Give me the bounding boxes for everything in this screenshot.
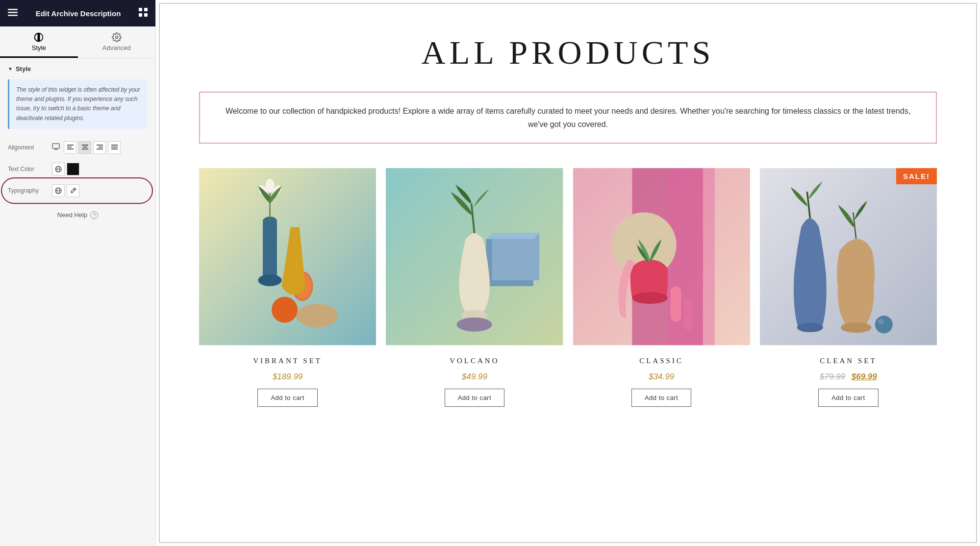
typography-controls [52, 184, 79, 197]
tab-style-label: Style [32, 44, 46, 51]
svg-rect-46 [492, 233, 539, 280]
svg-rect-14 [67, 147, 72, 148]
alignment-controls [64, 141, 121, 154]
svg-rect-2 [8, 15, 18, 16]
help-icon: ? [90, 211, 98, 219]
svg-point-59 [797, 323, 823, 332]
svg-point-61 [841, 323, 872, 333]
svg-rect-34 [263, 222, 277, 280]
svg-rect-21 [97, 149, 103, 149]
svg-rect-18 [82, 149, 88, 149]
svg-point-43 [297, 304, 338, 327]
style-section-header[interactable]: ▼ Style [0, 58, 155, 79]
info-box: The style of this widget is often affect… [8, 79, 148, 129]
svg-rect-0 [8, 9, 18, 10]
product-price-classic: $34.99 [649, 372, 674, 382]
svg-point-64 [878, 319, 884, 324]
grid-icon[interactable] [139, 8, 148, 19]
add-to-cart-classic[interactable]: Add to cart [631, 389, 691, 407]
align-right-btn[interactable] [93, 141, 106, 154]
product-name-volcano: VOLCANO [450, 355, 499, 367]
product-name-classic: CLASSIC [639, 355, 683, 367]
svg-line-31 [74, 189, 75, 190]
align-center-btn[interactable] [78, 141, 91, 154]
svg-rect-23 [111, 147, 118, 148]
tab-advanced[interactable]: Advanced [78, 26, 156, 58]
typography-globe-btn[interactable] [52, 184, 65, 197]
text-color-controls [52, 163, 79, 175]
sidebar-header: Edit Archive Description [0, 0, 155, 26]
need-help-label: Need Help [57, 211, 87, 219]
tab-advanced-label: Advanced [102, 44, 131, 51]
product-image-volcano [386, 168, 563, 345]
align-left-btn[interactable] [64, 141, 76, 154]
page-title: ALL PRODUCTS [199, 33, 937, 72]
product-card-classic: CLASSIC $34.99 Add to cart [573, 168, 750, 407]
svg-rect-57 [684, 298, 692, 330]
typography-row: Typography [0, 180, 155, 201]
text-color-label: Text Color [8, 166, 52, 173]
svg-rect-3 [139, 8, 142, 11]
product-price-vibrant: $189.99 [273, 372, 302, 382]
description-text: Welcome to our collection of handpicked … [226, 107, 910, 128]
product-card-cleanset: SALE! [760, 168, 937, 407]
sidebar-content: ▼ Style The style of this widget is ofte… [0, 58, 155, 546]
svg-rect-20 [99, 147, 103, 148]
product-price-volcano: $49.99 [462, 372, 487, 382]
svg-rect-22 [111, 145, 118, 146]
monitor-icon [52, 143, 60, 151]
volcano-svg [386, 168, 563, 345]
product-name-vibrant: VIBRANT SET [253, 355, 322, 367]
svg-point-63 [875, 316, 893, 333]
svg-rect-8 [38, 33, 40, 42]
svg-rect-19 [97, 145, 103, 146]
description-box: Welcome to our collection of handpicked … [199, 92, 937, 144]
add-to-cart-volcano[interactable]: Add to cart [445, 389, 504, 407]
svg-point-42 [272, 297, 298, 323]
cleanset-svg [760, 168, 937, 345]
add-to-cart-vibrant[interactable]: Add to cart [257, 389, 317, 407]
svg-rect-15 [67, 149, 74, 149]
svg-point-55 [632, 292, 667, 304]
svg-rect-56 [670, 286, 681, 322]
product-name-cleanset: CLEAN SET [820, 355, 877, 367]
main-content: ALL PRODUCTS Welcome to our collection o… [159, 3, 977, 543]
svg-rect-4 [144, 8, 148, 11]
sidebar: Edit Archive Description Style [0, 0, 156, 546]
product-card-volcano: VOLCANO $49.99 Add to cart [386, 168, 563, 407]
typography-label: Typography [8, 187, 52, 194]
product-card-vibrant: VIBRANT SET $189.99 Add to cart [199, 168, 376, 407]
classic-svg [573, 168, 750, 345]
product-image-classic [573, 168, 750, 345]
info-text: The style of this widget is often affect… [16, 86, 140, 122]
svg-marker-47 [486, 233, 539, 239]
text-color-row: Text Color [0, 158, 155, 180]
tab-style[interactable]: Style [0, 26, 78, 58]
svg-point-50 [457, 318, 492, 332]
typography-edit-btn[interactable] [67, 184, 79, 197]
section-arrow: ▼ [8, 66, 13, 72]
price-original-cleanset: $79.99 [820, 372, 845, 381]
text-color-black-btn[interactable] [67, 163, 79, 175]
hamburger-icon[interactable] [8, 7, 18, 20]
svg-rect-5 [139, 13, 142, 17]
svg-rect-16 [82, 145, 88, 146]
align-justify-btn[interactable] [108, 141, 121, 154]
svg-rect-1 [8, 12, 18, 13]
svg-rect-17 [83, 147, 87, 148]
svg-point-9 [115, 36, 118, 39]
svg-rect-13 [67, 145, 74, 146]
svg-rect-24 [111, 149, 118, 149]
add-to-cart-cleanset[interactable]: Add to cart [818, 389, 878, 407]
need-help[interactable]: Need Help ? [0, 201, 155, 229]
product-image-vibrant [199, 168, 376, 345]
svg-rect-6 [144, 13, 148, 17]
alignment-row: Alignment [0, 137, 155, 158]
product-image-cleanset: SALE! [760, 168, 937, 345]
sidebar-tabs: Style Advanced [0, 26, 155, 58]
price-sale-cleanset: $69.99 [852, 372, 877, 381]
style-section-title: Style [16, 65, 31, 73]
sidebar-title: Edit Archive Description [36, 9, 121, 18]
vibrant-svg [199, 168, 376, 345]
text-color-globe-btn[interactable] [52, 163, 65, 175]
